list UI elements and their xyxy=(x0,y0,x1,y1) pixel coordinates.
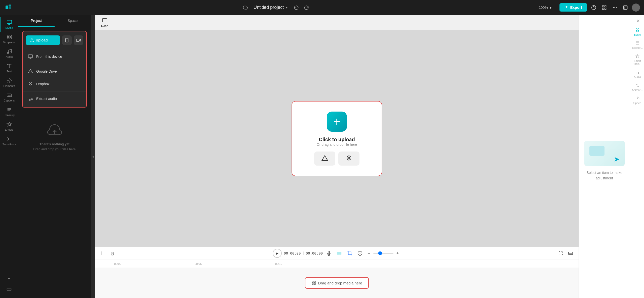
sidebar-item-templates[interactable]: Templates xyxy=(0,32,18,46)
undo-button[interactable] xyxy=(292,4,300,12)
more-options-button[interactable] xyxy=(611,4,619,12)
rs-tab-animate-label: Animat... xyxy=(632,88,643,91)
rs-tab-audio[interactable]: Audio xyxy=(629,68,644,81)
canvas-viewport: + Click to upload Or drag and drop file … xyxy=(95,30,579,247)
sidebar-transitions-label: Transitions xyxy=(3,143,16,146)
zoom-chevron-icon: ▼ xyxy=(549,6,552,10)
grid-button[interactable] xyxy=(600,4,608,12)
zoom-in-button[interactable]: + xyxy=(395,249,401,258)
caption-toggle-button[interactable] xyxy=(567,249,575,257)
ruler-mark-2: 00:10 xyxy=(275,262,282,265)
dropbox-label: Dropbox xyxy=(36,82,50,86)
rs-tab-smart-tools[interactable]: Smart tools xyxy=(629,52,644,68)
upload-option-dropbox[interactable]: Dropbox xyxy=(23,78,86,90)
ratio-button[interactable]: Ratio xyxy=(99,15,110,30)
sidebar-audio-label: Audio xyxy=(6,55,13,58)
svg-rect-42 xyxy=(28,55,33,58)
svg-rect-41 xyxy=(76,39,79,42)
svg-point-12 xyxy=(616,7,617,8)
upload-option-google-drive[interactable]: Google Drive xyxy=(23,65,86,78)
tab-space[interactable]: Space xyxy=(55,15,91,27)
avatar xyxy=(632,4,640,12)
zoom-slider[interactable] xyxy=(373,253,393,254)
from-device-label: From this device xyxy=(36,55,62,59)
rs-tab-basic-label: Basic xyxy=(634,33,641,36)
svg-point-69 xyxy=(636,73,637,74)
export-button[interactable]: Export xyxy=(559,3,587,12)
rs-tab-speed-label: Speed xyxy=(633,102,641,105)
panel-content: Upload xyxy=(18,27,91,171)
rs-instruction: Select an item to make adjustment xyxy=(584,170,625,181)
upload-option-extract-audio[interactable]: Extract audio xyxy=(23,92,86,105)
sidebar-templates-label: Templates xyxy=(3,41,15,44)
sidebar-item-media[interactable]: Media xyxy=(0,17,18,32)
ruler-mark-0: 00:00 xyxy=(114,262,121,265)
sidebar-item-transcript[interactable]: Transcript xyxy=(0,105,18,119)
cloud-save-button[interactable] xyxy=(242,4,250,12)
upload-mobile-button[interactable] xyxy=(62,35,72,45)
sidebar-item-text[interactable]: Text xyxy=(0,61,18,75)
split-button[interactable] xyxy=(335,249,343,258)
timeline-trim-button[interactable] xyxy=(99,250,107,257)
upload-option-from-device[interactable]: From this device xyxy=(23,50,86,63)
zoom-value: 100% xyxy=(539,6,548,10)
rs-tab-background[interactable]: Backgr... xyxy=(627,39,644,52)
svg-point-55 xyxy=(358,251,362,256)
rs-tab-animate[interactable]: Animat... xyxy=(627,81,644,94)
google-drive-label: Google Drive xyxy=(36,69,57,73)
emoji-button[interactable] xyxy=(356,249,364,257)
upload-card-subtitle: Or drag and drop file here xyxy=(317,142,357,146)
sidebar-item-elements[interactable]: Elements xyxy=(0,75,18,90)
sidebar-item-audio[interactable]: Audio xyxy=(0,46,18,61)
main-area: Media Templates Audio xyxy=(0,15,644,298)
keyboard-shortcut-button[interactable] xyxy=(5,285,14,294)
svg-rect-8 xyxy=(605,8,606,9)
upload-primary-button[interactable]: Upload xyxy=(26,35,60,45)
sidebar-item-captions[interactable]: Captions xyxy=(0,90,18,105)
svg-rect-2 xyxy=(9,7,11,9)
tab-project[interactable]: Project xyxy=(18,15,55,27)
rs-close-button[interactable]: ✕ xyxy=(636,18,640,24)
redo-button[interactable] xyxy=(302,4,310,12)
upload-card-google-drive-button[interactable] xyxy=(314,152,335,166)
upload-camera-button[interactable] xyxy=(74,35,83,45)
rs-illustration: ➤ xyxy=(584,141,625,166)
svg-rect-52 xyxy=(337,252,339,255)
divider-1 xyxy=(23,49,86,49)
project-name-wrap[interactable]: Untitled project ▼ xyxy=(254,5,288,10)
microphone-button[interactable] xyxy=(325,249,333,257)
time-total: 00:00:00 xyxy=(306,251,323,255)
upload-card-buttons xyxy=(314,152,359,166)
play-button[interactable]: ▶ xyxy=(273,249,282,258)
sidebar-item-effects[interactable]: Effects xyxy=(0,119,18,134)
fullscreen-button[interactable] xyxy=(557,250,565,257)
extract-audio-icon xyxy=(28,96,33,102)
help-button[interactable] xyxy=(590,4,598,12)
top-bar-center: Untitled project ▼ xyxy=(13,4,539,12)
divider xyxy=(556,5,556,11)
drop-media-button[interactable]: Drag and drop media here xyxy=(305,277,369,289)
panel-empty-state: There's nothing yet Drag and drop your f… xyxy=(22,108,87,167)
rs-body: ➤ Select an item to make adjustment Basi… xyxy=(579,24,644,298)
svg-rect-67 xyxy=(638,30,639,32)
svg-rect-9 xyxy=(602,8,604,9)
collapse-button[interactable] xyxy=(5,274,14,283)
upload-plus-icon[interactable]: + xyxy=(327,112,347,132)
sidebar-item-transitions[interactable]: Transitions xyxy=(0,134,18,148)
media-panel: Project Space Upload xyxy=(18,15,91,298)
layout-toggle-button[interactable] xyxy=(621,4,629,12)
rs-tab-basic[interactable]: Basic xyxy=(629,26,644,39)
dropbox-icon xyxy=(28,81,33,87)
upload-card: + Click to upload Or drag and drop file … xyxy=(292,101,382,176)
rs-tab-speed[interactable]: Speed xyxy=(629,94,644,107)
zoom-out-button[interactable]: − xyxy=(366,249,372,258)
panel-collapse-handle[interactable]: ◀ xyxy=(91,15,95,298)
svg-point-70 xyxy=(638,73,639,74)
drop-media-label: Drag and drop media here xyxy=(318,281,362,285)
crop-button[interactable] xyxy=(345,249,354,258)
svg-rect-64 xyxy=(636,29,637,30)
timeline-track[interactable]: Drag and drop media here xyxy=(95,268,579,298)
upload-card-dropbox-button[interactable] xyxy=(338,152,359,166)
zoom-indicator: 100% ▼ xyxy=(539,6,552,10)
timeline-delete-button[interactable] xyxy=(109,250,116,257)
